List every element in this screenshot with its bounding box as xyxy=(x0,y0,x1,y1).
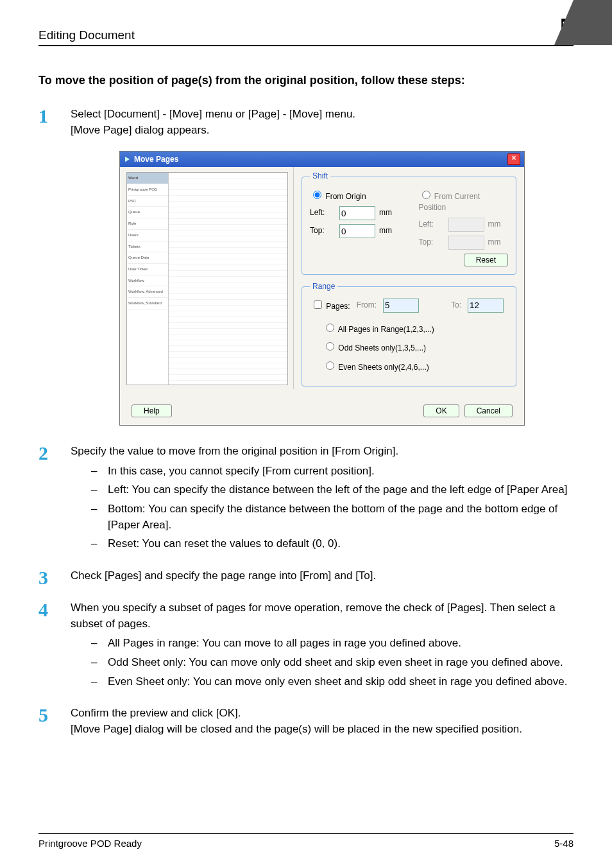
left-label-disabled: Left: xyxy=(419,219,445,230)
close-icon[interactable]: × xyxy=(507,153,520,165)
unit-mm: mm xyxy=(379,207,398,218)
shift-group: Shift From Origin Left: mm Top: xyxy=(302,171,516,274)
dialog-preview: WordPrintgroove PODPSCQueueRoleUsersTick… xyxy=(120,167,294,389)
step-1-text-b: [Move Page] dialog appears. xyxy=(71,123,574,139)
unit-mm: mm xyxy=(488,237,507,248)
unit-mm: mm xyxy=(488,219,507,230)
left-input[interactable] xyxy=(339,206,375,220)
step-2-bullet: Bottom: You can specify the distance bet… xyxy=(91,501,574,533)
step-4-bullet: Odd Sheet only: You can move only odd sh… xyxy=(91,655,574,671)
even-sheets-radio[interactable]: Even Sheets only(2,4,6,...) xyxy=(323,360,429,373)
footer-product: Printgroove POD Ready xyxy=(38,838,142,849)
step-4-bullet: Even Sheet only: You can move only even … xyxy=(91,674,574,690)
top-input[interactable] xyxy=(339,224,375,238)
step-3-number: 3 xyxy=(38,568,71,587)
unit-mm: mm xyxy=(379,225,398,236)
footer-pagenum: 5-48 xyxy=(554,838,574,849)
step-3-text: Check [Pages] and specify the page range… xyxy=(71,568,574,584)
left-label: Left: xyxy=(310,207,336,218)
from-current-radio[interactable]: From Current Position xyxy=(419,192,480,212)
from-input[interactable] xyxy=(383,299,419,313)
step-1-number: 1 xyxy=(38,107,71,138)
arrow-right-icon xyxy=(124,155,132,163)
cancel-button[interactable]: Cancel xyxy=(464,404,513,417)
move-pages-dialog: Move Pages × WordPrintgroove PODPSCQueue… xyxy=(119,151,525,426)
step-1-text-a: Select [Document] - [Move] menu or [Page… xyxy=(71,107,574,123)
to-input[interactable] xyxy=(468,299,504,313)
dialog-title: Move Pages xyxy=(134,154,507,165)
chapter-tab xyxy=(574,0,612,45)
to-label: To: xyxy=(451,300,461,311)
ok-button[interactable]: OK xyxy=(423,404,459,417)
step-5-text-a: Confirm the preview and click [OK]. xyxy=(71,706,574,722)
top-label: Top: xyxy=(310,225,336,236)
range-group: Range Pages: From: To: All Pages in Rang… xyxy=(302,281,516,387)
top-input-disabled xyxy=(448,236,484,250)
step-2-number: 2 xyxy=(38,444,71,555)
reset-button[interactable]: Reset xyxy=(464,254,508,266)
top-label-disabled: Top: xyxy=(419,237,445,248)
step-2-bullet: In this case, you cannot specify [From c… xyxy=(91,464,574,480)
step-4-intro: When you specify a subset of pages for m… xyxy=(71,600,574,632)
odd-sheets-radio[interactable]: Odd Sheets only(1,3,5,...) xyxy=(323,340,426,354)
range-legend: Range xyxy=(310,281,337,292)
page-title: To move the position of page(s) from the… xyxy=(38,72,574,89)
from-label: From: xyxy=(357,300,377,311)
help-button[interactable]: Help xyxy=(132,404,172,417)
step-4-number: 4 xyxy=(38,600,71,693)
step-2-bullet: Reset: You can reset the values to defau… xyxy=(91,536,574,552)
step-5-number: 5 xyxy=(38,706,71,737)
header-section: Editing Document xyxy=(38,28,135,42)
step-5-text-b: [Move Page] dialog will be closed and th… xyxy=(71,722,574,738)
step-2-bullet: Left: You can specify the distance betwe… xyxy=(91,482,574,498)
from-origin-radio[interactable]: From Origin xyxy=(310,192,366,201)
shift-legend: Shift xyxy=(310,171,330,182)
step-4-bullet: All Pages in range: You can move to all … xyxy=(91,636,574,652)
left-input-disabled xyxy=(448,218,484,232)
step-2-intro: Specify the value to move from the origi… xyxy=(71,444,574,460)
dialog-titlebar: Move Pages × xyxy=(120,152,524,167)
pages-checkbox[interactable]: Pages: xyxy=(311,299,350,312)
all-pages-radio[interactable]: All Pages in Range(1,2,3,...) xyxy=(323,322,434,335)
